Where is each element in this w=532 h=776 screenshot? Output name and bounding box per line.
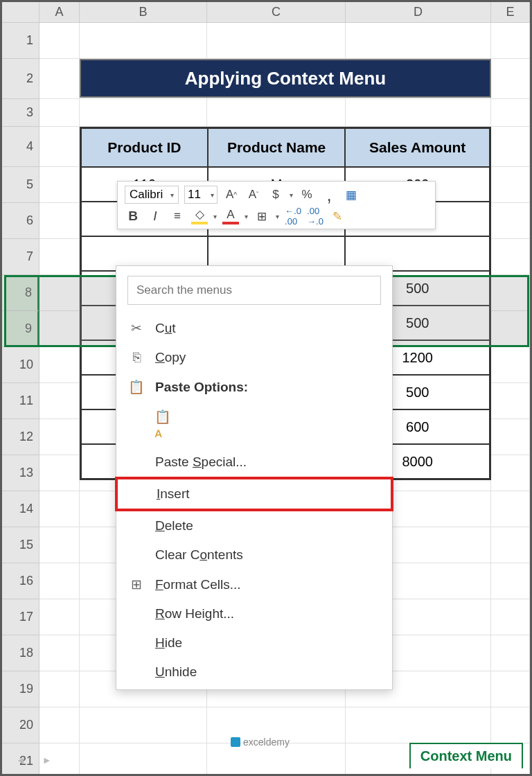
row-header-16[interactable]: 16: [2, 563, 39, 599]
cell[interactable]: [39, 671, 80, 707]
cell[interactable]: [491, 383, 530, 419]
sheet-nav[interactable]: ◄ ►: [16, 755, 52, 766]
increase-font-icon[interactable]: A^: [223, 186, 240, 203]
decrease-font-icon[interactable]: Aˇ: [245, 186, 262, 203]
col-header-A[interactable]: A: [39, 2, 80, 22]
menu-item-unhide[interactable]: Unhide: [116, 658, 392, 687]
cell[interactable]: [39, 599, 80, 635]
font-color-icon[interactable]: A: [222, 208, 239, 224]
cell[interactable]: [39, 455, 80, 491]
menu-item-copy[interactable]: ⎘Copy: [116, 343, 392, 372]
col-header-B[interactable]: B: [80, 2, 207, 22]
menu-item-insert[interactable]: Insert: [115, 477, 393, 511]
cell[interactable]: [39, 203, 80, 239]
cell[interactable]: [346, 23, 491, 59]
row-header-6[interactable]: 6: [2, 203, 39, 239]
cell[interactable]: [491, 167, 530, 203]
col-header-C[interactable]: C: [207, 2, 346, 22]
menu-search-input[interactable]: [127, 276, 381, 305]
table-format-icon[interactable]: ▦: [343, 186, 360, 203]
cell[interactable]: [491, 491, 530, 527]
select-all-corner[interactable]: [2, 2, 39, 22]
accounting-format-icon[interactable]: $: [267, 186, 284, 203]
menu-item-paste-option[interactable]: 📋ᴀ: [116, 402, 392, 448]
cell[interactable]: [39, 59, 80, 99]
cell[interactable]: [491, 563, 530, 599]
cell[interactable]: [491, 455, 530, 491]
menu-item-format-cells-[interactable]: ⊞Format Cells...: [116, 570, 392, 599]
cell[interactable]: [346, 707, 491, 743]
italic-button[interactable]: I: [147, 208, 163, 224]
menu-item-paste-options-[interactable]: 📋Paste Options:: [116, 372, 392, 402]
col-header-D[interactable]: D: [346, 2, 491, 22]
row-header-13[interactable]: 13: [2, 455, 39, 491]
increase-decimal-icon[interactable]: ←.0.00: [285, 208, 301, 224]
row-header-7[interactable]: 7: [2, 239, 39, 275]
col-header-E[interactable]: E: [491, 2, 530, 22]
row-header-15[interactable]: 15: [2, 527, 39, 563]
nav-prev-icon[interactable]: ◄: [16, 755, 26, 766]
cell[interactable]: [491, 203, 530, 239]
menu-item-clear-contents[interactable]: Clear Contents: [116, 540, 392, 570]
cell[interactable]: [346, 99, 491, 127]
percent-format-icon[interactable]: %: [299, 186, 315, 203]
cell[interactable]: [491, 635, 530, 671]
borders-icon[interactable]: ⊞: [254, 208, 270, 224]
menu-item-delete[interactable]: Delete: [116, 511, 392, 540]
cell[interactable]: [491, 347, 530, 383]
cell[interactable]: [491, 127, 530, 167]
cell[interactable]: [39, 23, 80, 59]
menu-item-hide[interactable]: Hide: [116, 628, 392, 658]
cell[interactable]: [491, 239, 530, 275]
cell[interactable]: [491, 527, 530, 563]
menu-item-paste-special-[interactable]: Paste Special...: [116, 448, 392, 477]
font-size-dropdown[interactable]: 11▾: [184, 186, 218, 204]
row-header-4[interactable]: 4: [2, 127, 39, 167]
cell[interactable]: [207, 23, 346, 59]
row-header-1[interactable]: 1: [2, 23, 39, 59]
cell[interactable]: [491, 59, 530, 99]
fill-color-icon[interactable]: ◇: [191, 208, 208, 224]
cell[interactable]: [491, 707, 530, 743]
row-header-20[interactable]: 20: [2, 707, 39, 743]
row-header-17[interactable]: 17: [2, 599, 39, 635]
cell[interactable]: [39, 239, 80, 275]
cell[interactable]: [39, 563, 80, 599]
cell[interactable]: [491, 419, 530, 455]
cell[interactable]: [491, 99, 530, 127]
format-painter-icon[interactable]: ✎: [329, 208, 346, 224]
cell[interactable]: [39, 383, 80, 419]
cell[interactable]: [80, 23, 207, 59]
bold-button[interactable]: B: [125, 208, 141, 224]
cell[interactable]: [491, 599, 530, 635]
row-header-5[interactable]: 5: [2, 167, 39, 203]
font-family-dropdown[interactable]: Calibri▾: [125, 186, 179, 204]
menu-item-row-height-[interactable]: Row Height...: [116, 599, 392, 628]
cell[interactable]: [39, 167, 80, 203]
cell[interactable]: [39, 419, 80, 455]
cell[interactable]: [39, 347, 80, 383]
align-icon[interactable]: ≡: [169, 208, 186, 224]
row-header-3[interactable]: 3: [2, 99, 39, 127]
comma-format-icon[interactable]: ,: [321, 186, 337, 203]
cell[interactable]: [39, 707, 80, 743]
cell[interactable]: [491, 671, 530, 707]
row-header-18[interactable]: 18: [2, 635, 39, 671]
menu-item-cut[interactable]: ✂Cut: [116, 313, 392, 343]
row-header-12[interactable]: 12: [2, 419, 39, 455]
cell[interactable]: [39, 99, 80, 127]
cell[interactable]: [80, 707, 207, 743]
decrease-decimal-icon[interactable]: .00→.0: [307, 208, 323, 224]
cell[interactable]: [80, 743, 207, 776]
nav-next-icon[interactable]: ►: [42, 755, 52, 766]
cell[interactable]: [39, 635, 80, 671]
sheet-tab-context-menu[interactable]: Context Menu: [409, 743, 523, 768]
cell[interactable]: [491, 23, 530, 59]
cell[interactable]: [80, 99, 207, 127]
row-header-19[interactable]: 19: [2, 671, 39, 707]
cell[interactable]: [207, 99, 346, 127]
cell[interactable]: [39, 491, 80, 527]
row-header-2[interactable]: 2: [2, 59, 39, 99]
cell[interactable]: [39, 527, 80, 563]
row-header-10[interactable]: 10: [2, 347, 39, 383]
